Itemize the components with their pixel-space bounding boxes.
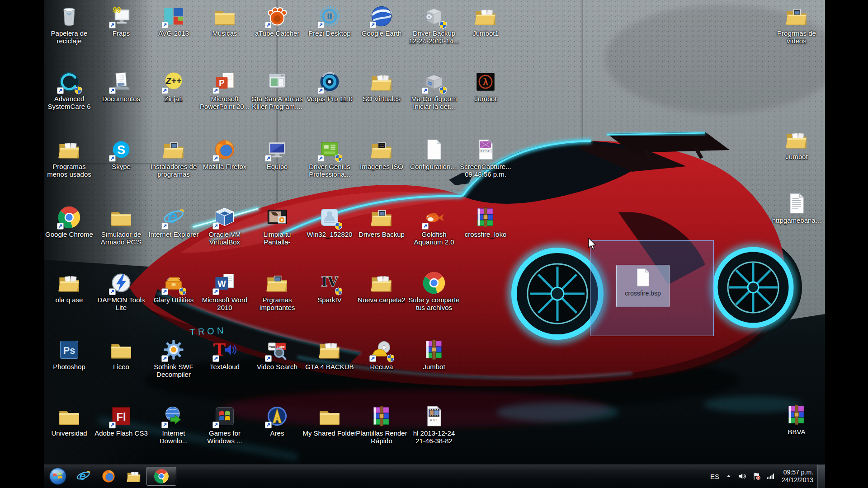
desktop-icon-papelera-de-reciclaje[interactable]: Papelera de reciclaje xyxy=(44,5,99,45)
icon-label: My Shared Folder xyxy=(300,429,359,437)
start-button[interactable] xyxy=(45,466,71,487)
svg-text:You: You xyxy=(269,345,275,349)
icon-label: Skype xyxy=(92,163,151,170)
desktop-icon-jumbot1[interactable]: Jumbot1 xyxy=(456,5,515,37)
installer-icon xyxy=(422,5,446,28)
desktop-icon-crossfire-bsp[interactable]: crossfire.bsp xyxy=(616,265,670,307)
desktop-icon-textaloud[interactable]: TTextAloud xyxy=(195,338,254,371)
desktop-icon-so-virtuales[interactable]: SO Virtuales xyxy=(352,70,411,103)
desktop-icon-zinja1[interactable]: Z++Zinja1 xyxy=(144,70,203,103)
desktop-icon-instaladores-de-programas[interactable]: Instaladores de programas xyxy=(144,138,203,178)
action-center-flag-icon[interactable] xyxy=(752,472,761,481)
chrome-icon xyxy=(422,271,446,295)
desktop-icon-atube-catcher[interactable]: aTube Catcher xyxy=(248,5,307,37)
desktop-icon-internet-downlo[interactable]: Internet Downlo... xyxy=(144,404,203,445)
desktop-icon-plantillas-render-r-pido[interactable]: Plantillas Render Rápido xyxy=(352,404,411,445)
desktop-icon-glary-utilities[interactable]: Glary Utilities xyxy=(144,271,203,304)
desktop-icon-httpgamebana[interactable]: httpgamebana... xyxy=(767,192,825,224)
show-desktop-button[interactable] xyxy=(817,465,825,488)
bsp-file-icon xyxy=(632,267,653,288)
icon-label: DAEMON Tools Lite xyxy=(92,296,151,311)
icon-label: Google Chrome xyxy=(44,230,99,238)
desktop-icon-limpia-tu-pantalla[interactable]: Limpia tu Pantalla- xyxy=(248,206,307,246)
desktop-icon-imagenes-iso[interactable]: Imagenes ISO xyxy=(352,138,411,170)
desktop-icon-musicas[interactable]: Musicas xyxy=(195,5,254,37)
desktop-icon-progrmas-de-videos[interactable]: Progrmas de videos xyxy=(767,5,825,45)
desktop-icon-hl-2013-12-24-21-46-38-82[interactable]: AVIhl 2013-12-24 21-46-38-82 xyxy=(405,404,463,445)
desktop-icon-configuration[interactable]: Configuration.... xyxy=(405,138,463,170)
desktop-icon-photoshop[interactable]: PsPhotoshop xyxy=(44,338,99,371)
desktop-icon-jumbot[interactable]: λJumbot xyxy=(456,70,515,103)
folder-open-icon xyxy=(474,5,497,28)
desktop-icon-avg-2013[interactable]: AVG 2013 xyxy=(144,5,203,37)
desktop-icon-ma-config-com-iniciar-la-det[interactable]: Ma Config.com Iniciar la det... xyxy=(405,70,463,110)
desktop-icon-gta-4-backub[interactable]: GTA 4 BACKUB xyxy=(300,338,359,371)
taskbar-button-ie[interactable]: e xyxy=(71,466,96,487)
desktop-icon-simulador-de-armado-pc-s[interactable]: Simulador de Armado PC'S xyxy=(92,206,151,246)
network-signal-icon[interactable] xyxy=(766,472,775,481)
desktop-icon-gta-san-andreas-killer-program[interactable]: Gta San Andreas Killer Program.... xyxy=(248,70,307,110)
desktop-icon-google-earth[interactable]: Google Earth xyxy=(352,5,411,37)
ie-icon: e xyxy=(162,206,185,229)
desktop-icon-driver-genius-professiona[interactable]: Driver Genius Professiona... xyxy=(300,138,359,178)
desktop-icon-microsoft-powerpoint-20[interactable]: PMicrosoft PowerPoint 20... xyxy=(195,70,254,110)
icon-label: Fraps xyxy=(92,29,151,37)
desktop-icon-nueva-carpeta2[interactable]: Nueva carpeta2 xyxy=(352,271,411,304)
language-indicator[interactable]: ES xyxy=(710,473,719,480)
desktop-icon-advanced-systemcare-6[interactable]: Advanced SystemCare 6 xyxy=(44,70,99,110)
icon-label: Jumbot xyxy=(767,153,825,160)
desktop-icon-jumbot[interactable]: Jumbot xyxy=(767,128,825,160)
desktop-icon-sube-y-comparte-tus-archivos[interactable]: Sube y comparte tus archivos xyxy=(405,271,463,311)
desktop-icon-goldfish-aquarium-2-0[interactable]: Goldfish Aquarium 2.0 xyxy=(405,206,463,246)
gfw-icon xyxy=(213,404,236,428)
desktop-icon-recuva[interactable]: Recuva xyxy=(352,338,411,371)
desktop-icon-universidad[interactable]: Universidad xyxy=(44,404,99,437)
volume-icon[interactable] xyxy=(738,472,747,481)
desktop-icon-sparkiv[interactable]: IVSparkIV xyxy=(300,271,359,304)
desktop-icon-vegas-pro-11-0[interactable]: Vegas Pro 11.0 xyxy=(300,70,359,103)
shortcut-arrow-icon xyxy=(265,155,272,162)
icon-label: Simulador de Armado PC'S xyxy=(92,230,151,246)
desktop-icon-fraps[interactable]: 99Fraps xyxy=(92,5,151,37)
desktop-icon-mozilla-firefox[interactable]: Mozilla Firefox xyxy=(195,138,254,170)
desktop-icon-liceo[interactable]: Liceo xyxy=(92,338,151,371)
icon-label: ScreenCapture... 09.48.56 p.m. xyxy=(456,163,515,178)
desktop-icon-prgramas-importantes[interactable]: Prgramas Importantes xyxy=(248,271,307,311)
desktop-icon-bbva[interactable]: BBVA xyxy=(767,403,825,436)
desktop-icon-adobe-flash-cs3[interactable]: FlAdobe Flash CS3 xyxy=(92,404,151,437)
desktop-icon-internet-explorer[interactable]: eInternet Explorer xyxy=(144,206,203,238)
desktop-icon-screencapture-09-48-56-p-m[interactable]: XESCScreenCapture... 09.48.56 p.m. xyxy=(456,138,515,178)
desktop-icon-drivers-backup[interactable]: Drivers Backup xyxy=(352,206,411,238)
taskbar-clock[interactable]: 09:57 p.m. 24/12/2013 xyxy=(782,469,813,484)
hidden-icons-chevron[interactable] xyxy=(724,472,733,481)
desktop-icon-google-chrome[interactable]: Google Chrome xyxy=(44,206,99,238)
folder-icon xyxy=(213,5,236,28)
desktop-icon-microsoft-word-2010[interactable]: WMicrosoft Word 2010 xyxy=(195,271,254,311)
desktop-icon-prezi-desktop[interactable]: Prezi Desktop xyxy=(300,5,359,37)
taskbar-button-explorer[interactable] xyxy=(121,466,146,487)
desktop-icon-sothink-swf-decompiler[interactable]: Sothink SWF Decompiler xyxy=(144,338,203,378)
desktop-icon-equipo[interactable]: Equipo xyxy=(248,138,307,170)
desktop-icon-games-for-windows[interactable]: Games for Windows ... xyxy=(195,404,254,445)
desktop-icon-documentos[interactable]: Documentos xyxy=(92,70,151,103)
icon-label: Instaladores de programas xyxy=(144,163,203,178)
desktop-icon-ares[interactable]: AAres xyxy=(248,404,307,437)
icon-label: Glary Utilities xyxy=(144,296,203,304)
desktop-icon-daemon-tools-lite[interactable]: DAEMON Tools Lite xyxy=(92,271,151,311)
folder-media-icon xyxy=(370,206,393,229)
desktop-icon-oracle-vm-virtualbox[interactable]: Oracle VM VirtualBox xyxy=(195,206,254,246)
folder-open-icon xyxy=(785,128,808,151)
ps-icon: Ps xyxy=(57,338,81,361)
desktop-icon-win32-152820[interactable]: Win32_152820 xyxy=(300,206,359,238)
taskbar-button-firefox[interactable] xyxy=(96,466,121,487)
desktop-icon-my-shared-folder[interactable]: My Shared Folder xyxy=(300,404,359,437)
desktop-icon-skype[interactable]: SSkype xyxy=(92,138,151,170)
desktop-icon-jumbot[interactable]: Jumbot xyxy=(405,338,463,371)
desktop-icon-video-search[interactable]: YouTubeVideo Search xyxy=(248,338,307,371)
desktop-icon-crossfire-loko[interactable]: crossfire_loko xyxy=(456,206,515,238)
taskbar-button-chrome[interactable] xyxy=(146,467,176,486)
desktop-icon-driver-backup-12-24-2013-14[interactable]: Driver Backup 12-24-2013-14... xyxy=(405,5,463,45)
svg-text:P: P xyxy=(219,78,224,88)
desktop-icon-ola-q-ase[interactable]: ola q ase xyxy=(44,271,99,304)
desktop-icon-programas-menos-usados[interactable]: Programas menos usados xyxy=(44,138,99,178)
